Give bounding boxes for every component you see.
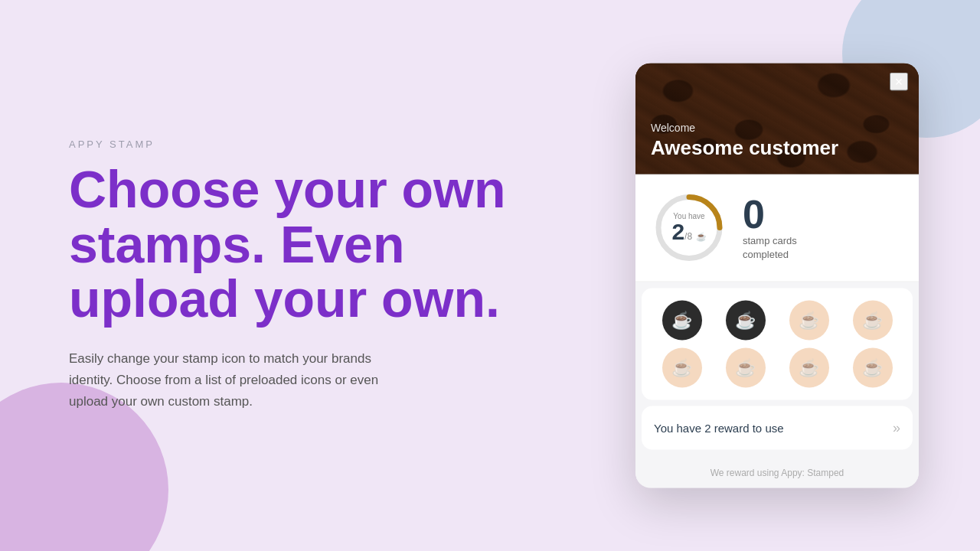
current-stamp-count: 2 bbox=[671, 219, 684, 244]
subtext-description: Easily change your stamp icon to match y… bbox=[69, 348, 406, 412]
stamp-item-3: ☕ bbox=[789, 301, 829, 341]
stamp-item-8: ☕ bbox=[853, 348, 893, 388]
customer-name: Awesome customer bbox=[651, 136, 838, 159]
stamp-item-5: ☕ bbox=[662, 348, 702, 388]
phone-card: Welcome Awesome customer × You have 2/8 bbox=[635, 64, 919, 488]
stamp-item-7: ☕ bbox=[789, 348, 829, 388]
stamp-cup-icon-7: ☕ bbox=[799, 358, 819, 378]
stamp-item-4: ☕ bbox=[853, 301, 893, 341]
stamp-item-6: ☕ bbox=[726, 348, 766, 388]
stamp-cup-icon-3: ☕ bbox=[799, 311, 819, 331]
completed-section: 0 stamp cardscompleted bbox=[743, 194, 797, 261]
progress-section: You have 2/8 ☕ 0 stamp cardscompleted bbox=[635, 174, 919, 282]
rewards-section[interactable]: You have 2 reward to use » bbox=[642, 406, 913, 450]
footer-text: We reward using Appy: Stamped bbox=[710, 468, 844, 478]
completed-number: 0 bbox=[743, 194, 797, 233]
stamp-denominator: /8 bbox=[684, 231, 692, 242]
circular-progress: You have 2/8 ☕ bbox=[651, 190, 727, 266]
stamp-cup-icon-5: ☕ bbox=[671, 358, 692, 378]
stamp-grid: ☕ ☕ ☕ ☕ ☕ ☕ ☕ ☕ bbox=[642, 289, 913, 400]
stamp-item-1: ☕ bbox=[662, 301, 702, 341]
phone-mockup: Welcome Awesome customer × You have 2/8 bbox=[635, 64, 919, 488]
stamp-cup-icon-2: ☕ bbox=[735, 311, 756, 331]
main-headline: Choose your own stamps. Even upload your… bbox=[69, 162, 513, 326]
stamp-cup-icon-inline: ☕ bbox=[696, 232, 707, 241]
stamp-cup-icon-4: ☕ bbox=[862, 311, 883, 331]
completed-label: stamp cardscompleted bbox=[743, 233, 797, 261]
phone-header: Welcome Awesome customer × bbox=[635, 64, 919, 174]
stamp-cup-icon-6: ☕ bbox=[735, 358, 756, 378]
close-button[interactable]: × bbox=[890, 73, 908, 91]
stamp-item-2: ☕ bbox=[726, 301, 766, 341]
stamp-count-display: 2/8 ☕ bbox=[671, 220, 706, 243]
stamp-cup-icon-1: ☕ bbox=[671, 311, 692, 331]
welcome-label: Welcome bbox=[651, 122, 838, 134]
brand-label: APPY STAMP bbox=[69, 139, 513, 150]
circle-center: You have 2/8 ☕ bbox=[671, 212, 706, 243]
left-panel: APPY STAMP Choose your own stamps. Even … bbox=[69, 0, 513, 551]
chevron-right-icon: » bbox=[893, 420, 900, 436]
phone-footer: We reward using Appy: Stamped bbox=[635, 456, 919, 488]
rewards-text: You have 2 reward to use bbox=[654, 422, 784, 435]
stamp-cup-icon-8: ☕ bbox=[862, 358, 883, 378]
welcome-text-container: Welcome Awesome customer bbox=[651, 122, 838, 159]
